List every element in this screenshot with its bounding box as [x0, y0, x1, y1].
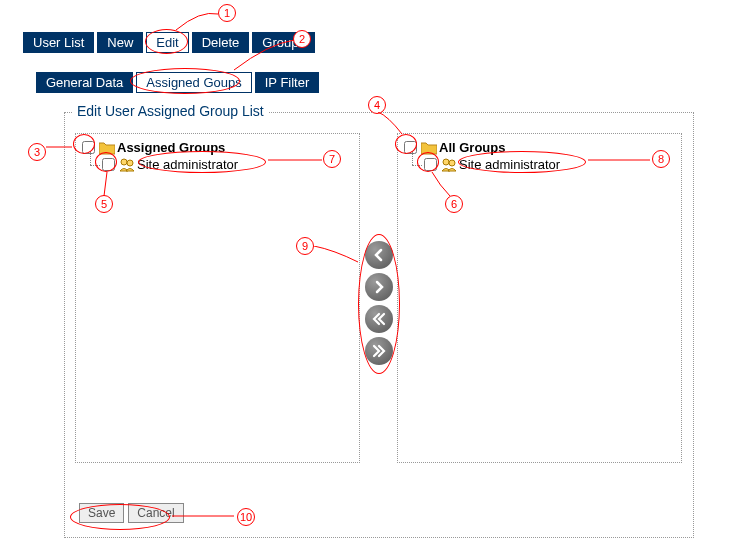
sub-tab-row: General Data Assigned Goups IP Filter [36, 72, 319, 93]
assigned-root-checkbox[interactable] [82, 141, 95, 154]
subtab-general-data[interactable]: General Data [36, 72, 133, 93]
move-all-left-button[interactable] [365, 305, 393, 333]
svg-point-1 [127, 160, 133, 166]
folder-icon [99, 141, 115, 155]
panel-title: Edit User Assigned Group List [73, 103, 268, 119]
subtab-ip-filter[interactable]: IP Filter [255, 72, 320, 93]
move-right-button[interactable] [365, 273, 393, 301]
tab-user-list[interactable]: User List [23, 32, 94, 53]
tab-edit[interactable]: Edit [146, 32, 188, 53]
svg-point-0 [121, 159, 127, 165]
all-child-label: Site administrator [459, 157, 560, 172]
all-child-row: Site administrator [424, 157, 675, 172]
assigned-root-label: Assigned Groups [117, 140, 225, 155]
mover-buttons [365, 241, 393, 365]
move-all-right-button[interactable] [365, 337, 393, 365]
assigned-groups-root: Assigned Groups [82, 140, 353, 155]
cancel-button[interactable]: Cancel [128, 503, 183, 523]
save-button[interactable]: Save [79, 503, 124, 523]
all-root-checkbox[interactable] [404, 141, 417, 154]
all-groups-root: All Groups [404, 140, 675, 155]
action-row: Save Cancel [79, 503, 184, 523]
annotation-arrow [170, 10, 220, 34]
assigned-child-row: Site administrator [102, 157, 353, 172]
folder-icon [421, 141, 437, 155]
svg-point-3 [449, 160, 455, 166]
assigned-child-checkbox[interactable] [102, 158, 115, 171]
annotation-number: 3 [28, 143, 46, 161]
annotation-number: 1 [218, 4, 236, 22]
all-groups-tree: All Groups Site administrator [397, 133, 682, 463]
people-icon [441, 158, 457, 172]
tab-groups[interactable]: Groups [252, 32, 315, 53]
tab-new[interactable]: New [97, 32, 143, 53]
assigned-group-panel: Edit User Assigned Group List Assigned G… [64, 112, 694, 538]
assigned-child-label: Site administrator [137, 157, 238, 172]
tab-delete[interactable]: Delete [192, 32, 250, 53]
subtab-assigned-groups[interactable]: Assigned Goups [136, 72, 251, 93]
main-tab-row: User List New Edit Delete Groups [23, 32, 315, 53]
all-root-label: All Groups [439, 140, 505, 155]
assigned-groups-tree: Assigned Groups Site administrator [75, 133, 360, 463]
svg-point-2 [443, 159, 449, 165]
people-icon [119, 158, 135, 172]
move-left-button[interactable] [365, 241, 393, 269]
all-child-checkbox[interactable] [424, 158, 437, 171]
